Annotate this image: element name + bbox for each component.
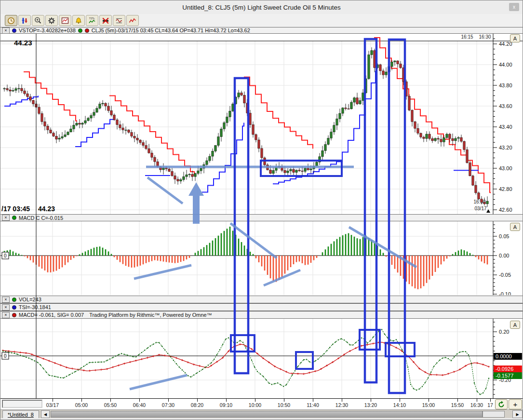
- time-tick: [457, 399, 458, 402]
- time-tick: [400, 399, 400, 402]
- line-chart-button[interactable]: [126, 15, 139, 26]
- svg-text:43.00: 43.00: [499, 165, 512, 171]
- svg-text:0.0000: 0.0000: [496, 353, 512, 359]
- title-chart-button[interactable]: TITL: [86, 15, 98, 26]
- time-axis: + 03/1705:0005:5006:4007:3008:2009:1010:…: [0, 398, 523, 409]
- time-tick: [226, 399, 227, 402]
- time-tick: [110, 399, 111, 402]
- tsi-axis-auto-button[interactable]: A: [510, 321, 520, 329]
- svg-text:44.00: 44.00: [499, 62, 512, 68]
- tab-scrollbar-track[interactable]: [51, 411, 483, 418]
- tab-scrollbar-thumb[interactable]: [483, 411, 505, 418]
- svg-text:-0.1577: -0.1577: [496, 373, 513, 379]
- svg-text:44.23: 44.23: [38, 205, 55, 213]
- svg-text:-0.10: -0.10: [499, 291, 511, 295]
- svg-text:-0.05: -0.05: [499, 272, 511, 278]
- scroll-right-icon[interactable]: ▶: [512, 410, 523, 418]
- remove-study-icon[interactable]: ×: [2, 27, 10, 34]
- macd-lines-panel[interactable]: 0.20-0.200.0000-0.0926-0.15770: [0, 319, 523, 398]
- scroll-left-icon[interactable]: ◀: [41, 410, 50, 418]
- macd-hist-value: MACD C C=-0.015: [19, 215, 63, 221]
- svg-text:43.60: 43.60: [499, 103, 512, 109]
- remove-study-icon[interactable]: ×: [2, 215, 10, 221]
- clock-icon: [7, 16, 15, 25]
- svg-text:43.80: 43.80: [499, 82, 512, 88]
- svg-text:-0.0926: -0.0926: [496, 366, 513, 372]
- oscillator-button[interactable]: [113, 15, 125, 26]
- svg-text:0.05: 0.05: [499, 233, 509, 239]
- tab-untitled-8[interactable]: *Untitled_8: [2, 410, 39, 419]
- oscillator-icon: [115, 16, 123, 25]
- svg-text:0: 0: [4, 253, 7, 258]
- time-label: 10:00: [249, 402, 261, 408]
- time-label: 15:50: [451, 402, 464, 408]
- gear-button[interactable]: [45, 15, 58, 26]
- time-label: 17: [487, 402, 493, 408]
- time-label: 05:50: [104, 402, 117, 408]
- platform-credit: Trading Platform by Rithmic™, Powered by…: [89, 312, 212, 318]
- svg-text:/17 03:45: /17 03:45: [1, 205, 30, 213]
- vstop-value: VSTOP=-3.40282e+038: [19, 27, 76, 33]
- macd-histogram-panel[interactable]: 0.050.00-0.05-0.100: [0, 221, 523, 295]
- tab-bar: *Untitled_8 ◀ ▶: [0, 409, 523, 418]
- macd-lines-header: × MACD= -0.061, SIG= 0.007 Trading Platf…: [0, 311, 523, 319]
- time-label: 10:50: [278, 402, 290, 408]
- svg-text:16:30: 16:30: [479, 34, 491, 40]
- time-label: 14:10: [393, 402, 406, 408]
- vol-value: VOL=243: [19, 297, 41, 302]
- price-chart-panel[interactable]: 44.2044.0043.8043.6043.4043.2043.0042.80…: [0, 34, 523, 214]
- vol-header: × VOL=243: [0, 296, 523, 303]
- zoom-in-button[interactable]: +: [509, 399, 522, 409]
- time-label: 08:20: [191, 402, 203, 408]
- remove-study-icon[interactable]: ×: [2, 304, 10, 311]
- svg-text:0.00: 0.00: [499, 253, 509, 258]
- zoom-button[interactable]: [32, 15, 44, 26]
- close-icon[interactable]: x: [509, 3, 519, 11]
- refresh-button[interactable]: [495, 399, 508, 409]
- time-label: 03/17: [46, 402, 59, 408]
- price-axis-auto-button[interactable]: A: [510, 34, 520, 42]
- time-tick: [490, 399, 491, 402]
- macd-hist-header: × MACD C C=-0.015: [0, 214, 523, 221]
- time-label: 07:30: [162, 402, 174, 408]
- svg-text:0: 0: [4, 353, 7, 359]
- chart-window-button[interactable]: [59, 15, 71, 26]
- svg-text:44.23: 44.23: [14, 39, 32, 47]
- clock-button[interactable]: [5, 15, 17, 26]
- remove-study-icon[interactable]: ×: [2, 312, 10, 318]
- time-axis-box: [2, 400, 42, 408]
- svg-text:42.80: 42.80: [499, 186, 512, 192]
- gear-icon: [47, 16, 56, 25]
- vstop-dot-icon: [12, 28, 16, 33]
- macd-axis-auto-button[interactable]: A: [510, 223, 520, 231]
- svg-text:03/17: 03/17: [474, 206, 486, 211]
- macd-lines-value: MACD= -0.061, SIG= 0.007: [19, 312, 84, 318]
- alert-bell-button[interactable]: [72, 15, 85, 26]
- bottom-strip: [0, 418, 523, 420]
- chart-window-icon: [61, 16, 69, 25]
- time-label: 09:10: [220, 402, 232, 408]
- window-title: Untitled_8: CLJ5 (5m) Light Sweet Crude …: [182, 4, 341, 11]
- time-tick: [81, 399, 82, 402]
- time-tick: [197, 399, 198, 402]
- symbol-info: CLJ5 (5m)-03/17/15 03:45 CL=43.64 OP=43.…: [92, 27, 250, 33]
- alert-bell-icon: [74, 16, 83, 25]
- remove-study-icon[interactable]: ×: [2, 297, 10, 303]
- delete-study-button[interactable]: [99, 15, 112, 26]
- svg-text:43.40: 43.40: [499, 124, 512, 130]
- vol-dot-icon: [12, 298, 16, 302]
- bar-settings-button[interactable]: [18, 15, 31, 26]
- status-bar-vstop: × VSTOP=-3.40282e+038 CLJ5 (5m)-03/17/15…: [0, 27, 523, 34]
- time-label: 06:40: [133, 402, 146, 408]
- chart-window: Untitled_8: CLJ5 (5m) Light Sweet Crude …: [0, 0, 523, 420]
- time-label: 11:40: [307, 402, 319, 408]
- time-tick: [284, 399, 284, 402]
- time-tick: [342, 399, 342, 402]
- svg-text:TITL: TITL: [89, 17, 95, 20]
- time-tick: [139, 399, 140, 402]
- refresh-icon: [497, 401, 505, 408]
- bar-settings-icon: [20, 16, 29, 25]
- time-label: 16:30: [470, 402, 483, 408]
- svg-text:16:15: 16:15: [461, 34, 473, 40]
- time-tick: [477, 399, 477, 402]
